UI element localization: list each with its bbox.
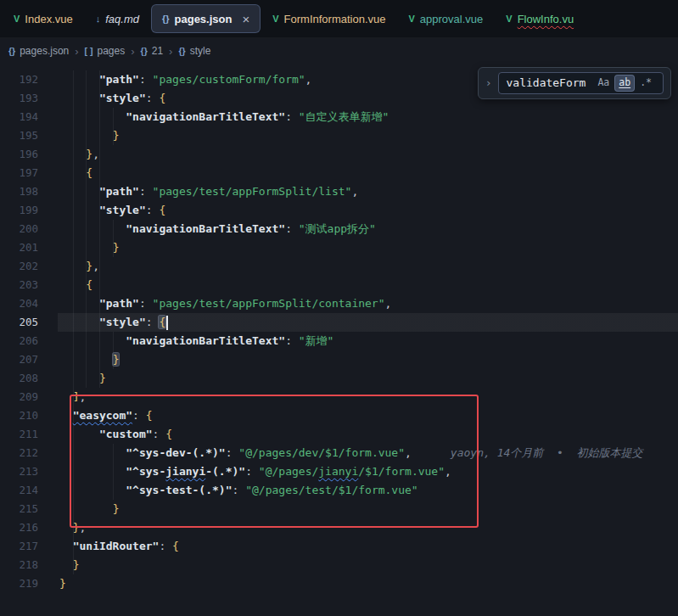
code-line-208[interactable]: 208 } <box>0 369 678 388</box>
code-text: ], <box>58 388 678 406</box>
line-number: 217 <box>0 537 58 556</box>
vue-icon: V <box>272 14 278 24</box>
markdown-icon: ↓ <box>96 14 101 24</box>
code-text: "path": "pages/test/appFormSplit/list", <box>58 182 678 201</box>
code-line-216[interactable]: 216 }, <box>0 518 678 537</box>
tab-pages.json[interactable]: {}pages.json× <box>152 5 260 32</box>
code-text: { <box>58 164 678 182</box>
code-text: "style": { <box>58 201 678 220</box>
match-case-toggle[interactable]: Aa <box>594 76 613 91</box>
code-text: } <box>58 369 678 388</box>
find-input[interactable]: validateForm Aaab.* <box>498 72 664 94</box>
code-line-218[interactable]: 218 } <box>0 556 678 574</box>
line-number: 208 <box>0 369 58 388</box>
line-number: 203 <box>0 276 58 294</box>
code-text: "navigationBarTitleText": "自定义表单新增" <box>58 108 678 126</box>
line-number: 216 <box>0 518 58 537</box>
code-text: "custom": { <box>58 425 678 444</box>
line-number: 204 <box>0 294 58 313</box>
code-text: "^sys-test-(.*)": "@/pages/test/$1/form.… <box>58 481 678 500</box>
editor[interactable]: 192 "path": "pages/customForm/form",193 … <box>0 64 678 616</box>
json-icon: {} <box>162 14 170 24</box>
code-line-211[interactable]: 211 "custom": { <box>0 425 678 444</box>
line-number: 200 <box>0 220 58 238</box>
code-line-200[interactable]: 200 "navigationBarTitleText": "测试app拆分" <box>0 220 678 238</box>
breadcrumb-item-pages[interactable]: [ ]pages <box>85 45 126 57</box>
breadcrumb-separator: › <box>131 45 134 58</box>
breadcrumb-separator: › <box>169 45 172 58</box>
code-text: "path": "pages/test/appFormSplit/contain… <box>58 294 678 313</box>
code-line-206[interactable]: 206 "navigationBarTitleText": "新增" <box>0 332 678 350</box>
line-number: 215 <box>0 500 58 518</box>
code-text: }, <box>58 145 678 164</box>
line-number: 206 <box>0 332 58 350</box>
breadcrumb-label: pages.json <box>20 45 69 57</box>
tab-FormInformation.vue[interactable]: VFormInformation.vue <box>262 5 395 32</box>
breadcrumb: {}pages.json›[ ]pages›{}21›{}style <box>0 38 678 64</box>
code-line-217[interactable]: 217 "uniIdRouter": { <box>0 537 678 556</box>
code-text: }, <box>58 257 678 276</box>
line-number: 194 <box>0 108 58 126</box>
code-text: "style": { <box>58 313 678 332</box>
breadcrumb-separator: › <box>75 45 78 58</box>
code-text: } <box>58 350 678 369</box>
tab-label: pages.json <box>175 14 233 25</box>
code-text: "navigationBarTitleText": "测试app拆分" <box>58 220 678 238</box>
code-text: } <box>58 500 678 518</box>
whole-word-toggle[interactable]: ab <box>615 76 634 91</box>
code-text: "easycom": { <box>58 406 678 425</box>
line-number: 212 <box>0 444 58 462</box>
code-text: } <box>58 556 678 574</box>
code-line-210[interactable]: 210 "easycom": { <box>0 406 678 425</box>
code-text: "uniIdRouter": { <box>58 537 678 556</box>
object-icon: {} <box>178 46 185 56</box>
line-number: 207 <box>0 350 58 369</box>
find-widget: › validateForm Aaab.* <box>478 67 671 99</box>
object-icon: {} <box>141 46 148 56</box>
code-line-207[interactable]: 207 } <box>0 350 678 369</box>
code-line-197[interactable]: 197 { <box>0 164 678 182</box>
regex-toggle[interactable]: .* <box>636 76 655 91</box>
code-text: } <box>58 574 678 593</box>
line-number: 209 <box>0 388 58 406</box>
code-line-209[interactable]: 209 ], <box>0 388 678 406</box>
code-line-198[interactable]: 198 "path": "pages/test/appFormSplit/lis… <box>0 182 678 201</box>
code-line-201[interactable]: 201 } <box>0 238 678 257</box>
code-line-195[interactable]: 195 } <box>0 126 678 145</box>
breadcrumb-label: pages <box>98 45 126 57</box>
code-line-219[interactable]: 219} <box>0 574 678 593</box>
line-number: 192 <box>0 70 58 89</box>
close-icon[interactable]: × <box>242 13 249 25</box>
vue-icon: V <box>506 14 512 24</box>
breadcrumb-item-style[interactable]: {}style <box>178 45 210 57</box>
tab-FlowInfo.vu[interactable]: VFlowInfo.vu <box>496 5 584 32</box>
code-line-196[interactable]: 196 }, <box>0 145 678 164</box>
code-line-205[interactable]: 205 "style": { <box>0 313 678 332</box>
breadcrumb-item-21[interactable]: {}21 <box>141 45 164 57</box>
line-number: 201 <box>0 238 58 257</box>
code-text: "^sys-dev-(.*)": "@/pages/dev/$1/form.vu… <box>58 444 678 462</box>
tab-label: FlowInfo.vu <box>518 14 574 25</box>
code-line-214[interactable]: 214 "^sys-test-(.*)": "@/pages/test/$1/f… <box>0 481 678 500</box>
code-line-213[interactable]: 213 "^sys-jianyi-(.*)": "@/pages/jianyi/… <box>0 462 678 481</box>
line-number: 214 <box>0 481 58 500</box>
tab-Index.vue[interactable]: VIndex.vue <box>3 5 83 32</box>
tab-label: Index.vue <box>25 14 72 25</box>
code-line-215[interactable]: 215 } <box>0 500 678 518</box>
breadcrumb-item-pages.json[interactable]: {}pages.json <box>8 45 69 57</box>
tab-faq.md[interactable]: ↓faq.md <box>86 5 149 32</box>
code-line-199[interactable]: 199 "style": { <box>0 201 678 220</box>
code-line-202[interactable]: 202 }, <box>0 257 678 276</box>
line-number: 205 <box>0 313 58 332</box>
find-query-text: validateForm <box>507 76 586 89</box>
code-text: } <box>58 126 678 145</box>
code-text: }, <box>58 518 678 537</box>
code-line-204[interactable]: 204 "path": "pages/test/appFormSplit/con… <box>0 294 678 313</box>
line-number: 218 <box>0 556 58 574</box>
code-line-194[interactable]: 194 "navigationBarTitleText": "自定义表单新增" <box>0 108 678 126</box>
code-line-203[interactable]: 203 { <box>0 276 678 294</box>
breadcrumb-label: 21 <box>152 45 163 57</box>
code-line-212[interactable]: 212 "^sys-dev-(.*)": "@/pages/dev/$1/for… <box>0 444 678 462</box>
chevron-expand-icon[interactable]: › <box>485 77 492 88</box>
tab-approval.vue[interactable]: Vapproval.vue <box>399 5 494 32</box>
